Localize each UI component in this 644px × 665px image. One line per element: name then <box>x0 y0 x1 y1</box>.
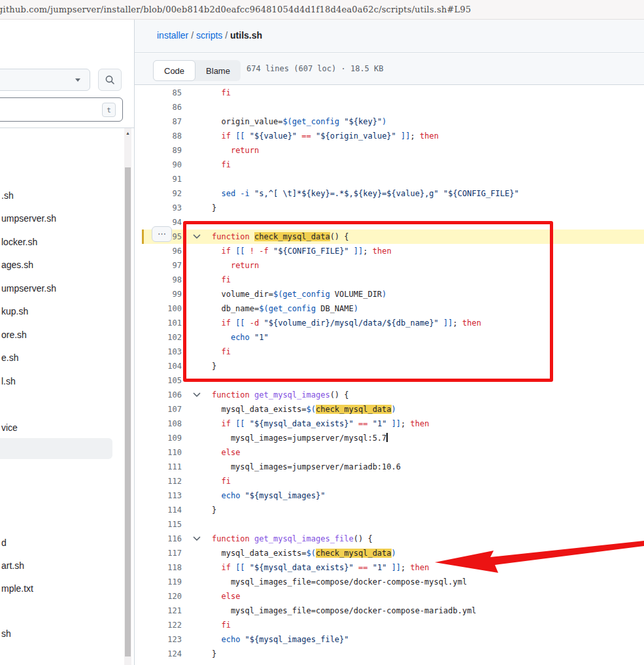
line-number[interactable]: 86 <box>144 100 182 114</box>
line-number[interactable]: 92 <box>144 186 182 201</box>
line-number[interactable]: 100 <box>144 301 182 316</box>
tree-item[interactable]: art.sh <box>1 559 24 572</box>
gutter-spacer <box>192 431 202 445</box>
code-text: } <box>212 201 216 215</box>
tree-item[interactable]: l.sh <box>1 375 16 388</box>
line-number[interactable]: 108 <box>144 417 182 431</box>
breadcrumb-repo-link[interactable]: installer <box>157 30 188 41</box>
line-number[interactable]: 112 <box>144 474 182 488</box>
tree-item[interactable]: sh <box>1 627 11 640</box>
line-number[interactable]: 123 <box>144 632 182 647</box>
fold-chevron-down-icon[interactable] <box>192 388 202 402</box>
line-number[interactable]: 102 <box>144 330 182 345</box>
code-line: 88 if [[ "${value}" == "${origin_value}"… <box>142 129 644 143</box>
file-tree: ▲ .shumpserver.shlocker.shages.shumpserv… <box>0 128 135 665</box>
code-text: volume_dir=$(get_config VOLUME_DIR) <box>212 287 386 301</box>
line-number[interactable]: 96 <box>144 244 182 258</box>
code-line: 93} <box>142 201 644 215</box>
tree-item[interactable]: .sh <box>1 189 14 202</box>
tree-item-selected[interactable] <box>0 438 112 459</box>
fold-chevron-down-icon[interactable] <box>192 532 202 546</box>
line-number[interactable]: 110 <box>144 445 182 460</box>
line-number[interactable]: 119 <box>144 575 182 589</box>
gutter-spacer <box>192 316 202 330</box>
line-number[interactable]: 105 <box>144 373 182 388</box>
gutter-spacer <box>192 86 202 100</box>
gutter-spacer <box>192 589 202 604</box>
code-text: mysql_data_exists=$(check_mysql_data) <box>212 402 396 417</box>
line-number[interactable]: 109 <box>144 431 182 445</box>
line-number[interactable]: 113 <box>144 488 182 503</box>
code-text: if [[ ! -f "${CONFIG_FILE}" ]]; then <box>212 244 392 258</box>
line-number[interactable]: 98 <box>144 273 182 287</box>
go-to-file-input[interactable]: t <box>0 97 123 122</box>
gutter-spacer <box>192 402 202 417</box>
tree-item[interactable]: e.sh <box>1 351 18 364</box>
code-ellipsis-button[interactable]: ⋯ <box>152 226 172 242</box>
tree-item[interactable]: mple.txt <box>1 582 33 595</box>
gutter-spacer <box>192 114 202 129</box>
line-number[interactable]: 107 <box>144 402 182 417</box>
code-text: if [[ "${mysql_data_exists}" == "1" ]]; … <box>212 560 429 575</box>
line-number[interactable]: 91 <box>144 172 182 186</box>
line-number[interactable]: 99 <box>144 287 182 301</box>
tab-code[interactable]: Code <box>153 60 195 81</box>
line-number[interactable]: 124 <box>144 647 182 661</box>
tree-item[interactable]: kup.sh <box>1 305 28 318</box>
gutter-spacer <box>192 143 202 158</box>
breadcrumb-dir-link[interactable]: scripts <box>196 30 222 41</box>
gutter-spacer <box>192 158 202 172</box>
gutter-spacer <box>192 488 202 503</box>
browser-address-bar[interactable]: github.com/jumpserver/installer/blob/00e… <box>0 0 644 20</box>
branch-selector[interactable] <box>0 69 90 91</box>
line-number[interactable]: 111 <box>144 460 182 474</box>
line-number[interactable]: 88 <box>144 129 182 143</box>
line-number[interactable]: 104 <box>144 359 182 373</box>
line-number[interactable]: 120 <box>144 589 182 604</box>
tree-item[interactable]: umpserver.sh <box>1 212 56 225</box>
sidebar-scrollbar-thumb[interactable] <box>125 167 131 656</box>
code-line: 119 mysql_images_file=compose/docker-com… <box>142 575 644 589</box>
code-line: 85 fi <box>142 86 644 100</box>
line-number[interactable]: 97 <box>144 258 182 273</box>
code-text: else <box>212 445 240 460</box>
scrollbar-up-arrow[interactable]: ▲ <box>125 130 131 136</box>
gutter-spacer <box>192 517 202 532</box>
tree-item[interactable]: ore.sh <box>1 328 27 341</box>
code-text: mysql_images=jumpserver/mysql:5.7 <box>212 431 388 445</box>
line-number[interactable]: 89 <box>144 143 182 158</box>
text-cursor <box>386 433 388 442</box>
gutter-spacer <box>192 460 202 474</box>
fold-chevron-down-icon[interactable] <box>192 230 202 244</box>
line-number[interactable]: 93 <box>144 201 182 215</box>
tree-item[interactable]: d <box>1 536 7 549</box>
code-text: fi <box>212 158 231 172</box>
line-number[interactable]: 125 <box>144 661 182 665</box>
tree-item[interactable]: vice <box>1 421 18 434</box>
line-number[interactable]: 87 <box>144 114 182 129</box>
line-number[interactable]: 90 <box>144 158 182 172</box>
line-number[interactable]: 118 <box>144 560 182 575</box>
code-line: 114} <box>142 503 644 517</box>
line-number[interactable]: 114 <box>144 503 182 517</box>
line-number[interactable]: 103 <box>144 345 182 359</box>
line-number[interactable]: 106 <box>144 388 182 402</box>
tab-blame[interactable]: Blame <box>195 60 241 81</box>
tree-item[interactable]: umpserver.sh <box>1 282 56 295</box>
line-number[interactable]: 85 <box>144 86 182 100</box>
line-number[interactable]: 116 <box>144 532 182 546</box>
gutter-spacer <box>192 129 202 143</box>
tree-item[interactable]: ages.sh <box>1 258 33 271</box>
code-line: 112 fi <box>142 474 644 488</box>
search-button[interactable] <box>98 69 122 91</box>
gutter-spacer <box>192 287 202 301</box>
gutter-spacer <box>192 258 202 273</box>
line-number[interactable]: 117 <box>144 546 182 560</box>
line-number[interactable]: 101 <box>144 316 182 330</box>
line-number[interactable]: 122 <box>144 618 182 632</box>
code-line: 125 <box>142 661 644 665</box>
code-text: } <box>212 647 216 661</box>
line-number[interactable]: 115 <box>144 517 182 532</box>
tree-item[interactable]: locker.sh <box>1 235 37 248</box>
line-number[interactable]: 121 <box>144 604 182 618</box>
